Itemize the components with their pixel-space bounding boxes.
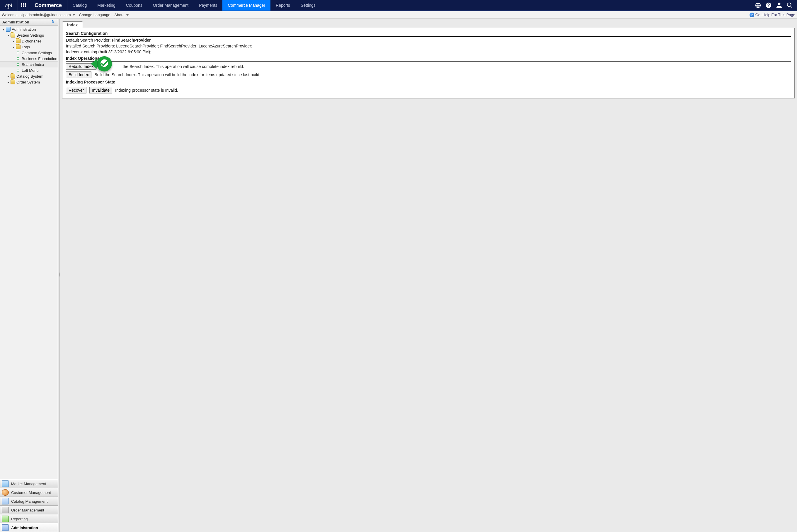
tree-node-system-settings[interactable]: ▾ System Settings	[0, 32, 58, 38]
expand-icon[interactable]: ▸	[12, 45, 15, 49]
row-rebuild: Rebuild Index the Search Index. This ope…	[66, 63, 791, 70]
admin-icon	[2, 525, 9, 531]
svg-rect-0	[21, 3, 22, 4]
refresh-button[interactable]	[50, 20, 55, 25]
tree-node-logs[interactable]: ▸ Logs	[0, 44, 58, 50]
tree-node-common-settings[interactable]: ▸ Common Settings	[0, 50, 58, 56]
brand-zone: epi Commerce	[0, 0, 68, 11]
tree-node-order-system[interactable]: ▸ Order System	[0, 79, 58, 85]
main-layout: Administration ▾ Administration ▾ System…	[0, 19, 797, 532]
tree-node-left-menu[interactable]: ▸ Left Menu	[0, 68, 58, 73]
svg-rect-2	[25, 3, 26, 4]
tree-label: Left Menu	[22, 68, 39, 73]
customer-icon	[2, 489, 9, 496]
rebuild-index-button[interactable]: Rebuild Index	[66, 63, 96, 70]
bottom-nav-market-management[interactable]: Market Management	[0, 479, 58, 488]
folder-icon	[11, 80, 15, 84]
folder-icon	[16, 39, 20, 43]
row-installed-providers: Installed Search Providers: LuceneSearch…	[66, 44, 791, 48]
nav-item-order-management[interactable]: Order Management	[148, 0, 194, 11]
nav-item-coupons[interactable]: Coupons	[121, 0, 148, 11]
tree-label: Dictionaries	[22, 39, 42, 43]
row-indexers: Indexers: catalog (built 3/12/2022 6:05:…	[66, 50, 791, 54]
bottom-nav-order-management[interactable]: Order Management	[0, 506, 58, 514]
welcome-menu[interactable]: Welcome, silpada:admin@guidance.com	[2, 13, 75, 17]
tree-label: Order System	[16, 80, 40, 84]
expand-icon[interactable]: ▸	[6, 80, 10, 84]
panel-index: Search Configuration Default Search Prov…	[62, 28, 795, 98]
report-icon	[2, 516, 9, 522]
tree-node-dictionaries[interactable]: ▸ Dictionaries	[0, 38, 58, 44]
tabstrip: Index	[62, 20, 795, 28]
svg-rect-7	[23, 6, 24, 7]
default-provider-label: Default Search Provider:	[66, 38, 112, 42]
market-icon	[2, 480, 9, 487]
user-icon[interactable]	[776, 2, 782, 8]
leaf-icon	[17, 52, 19, 54]
about-menu[interactable]: About	[115, 13, 129, 17]
bottom-nav-reporting[interactable]: Reporting	[0, 514, 58, 523]
bottom-nav-label: Customer Management	[11, 490, 51, 495]
tree-node-business-foundation[interactable]: ▸ Business Foundation	[0, 56, 58, 61]
invalidate-button[interactable]: Invalidate	[89, 87, 112, 93]
bottom-nav-label: Market Management	[11, 481, 46, 486]
build-index-button[interactable]: Build Index	[66, 72, 91, 78]
brand-label: Commerce	[29, 2, 67, 8]
rebuild-desc: the Search Index. This operation will ca…	[123, 64, 244, 69]
search-icon[interactable]	[786, 2, 793, 8]
nav-item-settings[interactable]: Settings	[296, 0, 321, 11]
change-language-link[interactable]: Change Language	[79, 13, 111, 17]
expand-icon[interactable]: ▸	[12, 39, 15, 43]
tab-index[interactable]: Index	[62, 21, 83, 28]
splitter-handle[interactable]	[58, 19, 60, 532]
tree-label: Search Index	[22, 62, 44, 67]
bottom-nav-catalog-management[interactable]: Catalog Management	[0, 497, 58, 506]
nav-item-payments[interactable]: Payments	[194, 0, 222, 11]
bottom-nav-label: Catalog Management	[11, 499, 48, 504]
nav-item-catalog[interactable]: Catalog	[68, 0, 92, 11]
apps-launcher-button[interactable]	[18, 0, 29, 11]
bottom-nav-label: Administration	[11, 526, 38, 530]
tree-label: Common Settings	[22, 51, 52, 55]
help-qmark-icon: ?	[749, 13, 754, 17]
row-default-provider: Default Search Provider: FindSearchProvi…	[66, 38, 791, 42]
nav-item-reports[interactable]: Reports	[270, 0, 296, 11]
catalog-icon	[2, 498, 9, 505]
tree-node-catalog-system[interactable]: ▸ Catalog System	[0, 73, 58, 79]
bottom-nav-administration[interactable]: Administration	[0, 523, 58, 532]
sidebar-header: Administration	[0, 19, 58, 26]
build-desc: Build the Search Index. This operation w…	[94, 72, 260, 77]
row-build: Build Index Build the Search Index. This…	[66, 72, 791, 78]
section-index-ops: Index Operations	[66, 56, 791, 61]
nav-tree: ▾ Administration ▾ System Settings ▸ Dic…	[0, 26, 58, 479]
apps-grid-icon	[21, 3, 26, 8]
tree-label: System Settings	[16, 33, 44, 38]
folder-open-icon	[11, 33, 15, 38]
proc-state-desc: Indexing processor state is Invalid.	[115, 88, 178, 93]
section-proc-state: Indexing Processor State	[66, 80, 791, 85]
collapse-icon[interactable]: ▾	[6, 33, 10, 37]
expand-icon[interactable]: ▸	[6, 74, 10, 78]
globe-icon[interactable]	[755, 2, 761, 8]
bottom-nav-label: Order Management	[11, 508, 44, 512]
svg-rect-6	[21, 6, 22, 7]
tree-label: Business Foundation	[22, 57, 57, 61]
nav-item-marketing[interactable]: Marketing	[92, 0, 120, 11]
help-icon[interactable]	[765, 2, 772, 8]
svg-rect-4	[23, 4, 24, 5]
collapse-icon[interactable]: ▾	[2, 27, 5, 31]
content-area: Index Search Configuration Default Searc…	[60, 19, 797, 532]
default-provider-value: FindSearchProvider	[112, 38, 151, 42]
tree-node-administration[interactable]: ▾ Administration	[0, 26, 58, 32]
sidebar: Administration ▾ Administration ▾ System…	[0, 19, 58, 532]
help-link[interactable]: ? Get Help For This Page	[749, 13, 795, 17]
tree-label: Administration	[12, 27, 36, 32]
tree-label: Logs	[22, 45, 30, 49]
bottom-nav-customer-management[interactable]: Customer Management	[0, 488, 58, 497]
subbar: Welcome, silpada:admin@guidance.com Chan…	[0, 11, 797, 19]
tree-node-search-index[interactable]: ▸ Search Index	[0, 61, 58, 68]
leaf-icon	[17, 57, 19, 60]
recover-button[interactable]: Recover	[66, 87, 87, 93]
sidebar-title: Administration	[2, 20, 29, 24]
nav-item-commerce-manager[interactable]: Commerce Manager	[222, 0, 270, 11]
